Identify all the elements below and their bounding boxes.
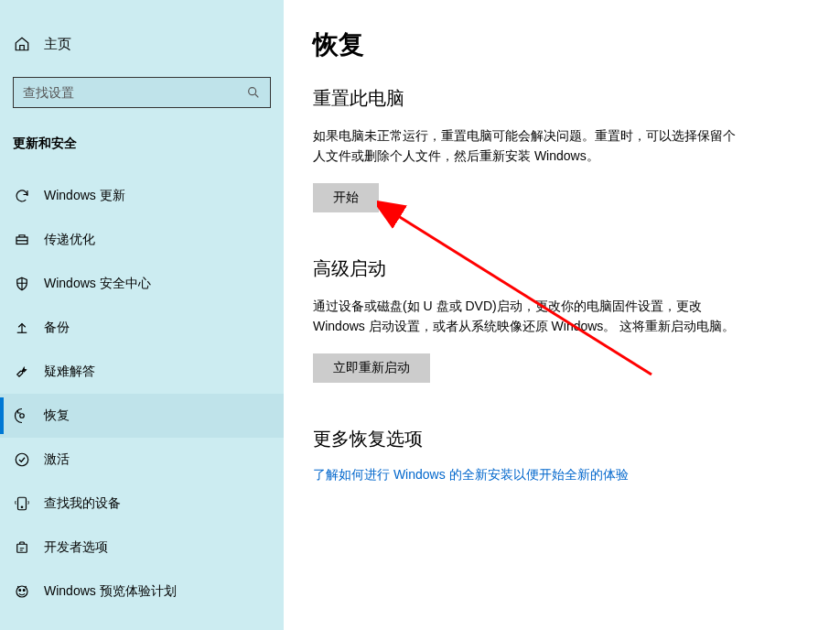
sidebar-item-label: Windows 更新 [44, 188, 125, 204]
find-device-icon [13, 494, 31, 513]
sidebar-item-windows-security[interactable]: Windows 安全中心 [0, 262, 284, 306]
section-more-title: 更多恢复选项 [313, 427, 813, 451]
recovery-icon [13, 407, 31, 425]
sidebar-item-label: 查找我的设备 [44, 495, 121, 512]
sidebar-item-label: 备份 [44, 320, 70, 336]
sidebar-home-label: 主页 [44, 36, 71, 53]
section-advanced-desc: 通过设备或磁盘(如 U 盘或 DVD)启动，更改你的电脑固件设置，更改 Wind… [313, 296, 743, 337]
activation-icon [13, 451, 31, 469]
svg-line-1 [255, 94, 258, 97]
nav-list: Windows 更新 传递优化 Windows 安全中心 [0, 174, 284, 614]
search-input[interactable] [23, 85, 246, 100]
sidebar: 主页 更新和安全 Windows 更新 [0, 0, 284, 630]
sidebar-item-label: 传递优化 [44, 232, 95, 248]
sidebar-item-backup[interactable]: 备份 [0, 306, 284, 350]
sidebar-item-label: Windows 安全中心 [44, 276, 151, 292]
main-content: 恢复 重置此电脑 如果电脑未正常运行，重置电脑可能会解决问题。重置时，可以选择保… [284, 0, 840, 630]
sidebar-item-find-my-device[interactable]: 查找我的设备 [0, 482, 284, 526]
section-reset-title: 重置此电脑 [313, 86, 813, 111]
sidebar-item-windows-update[interactable]: Windows 更新 [0, 174, 284, 218]
svg-point-6 [21, 506, 23, 508]
sidebar-item-delivery-optimization[interactable]: 传递优化 [0, 218, 284, 262]
svg-point-10 [23, 590, 25, 592]
category-title: 更新和安全 [0, 117, 284, 167]
home-icon [13, 35, 31, 53]
sidebar-item-insider[interactable]: Windows 预览体验计划 [0, 570, 284, 614]
troubleshoot-icon [13, 363, 31, 381]
section-advanced-title: 高级启动 [313, 256, 813, 281]
sidebar-item-label: Windows 预览体验计划 [44, 583, 177, 600]
sidebar-item-label: 疑难解答 [44, 364, 95, 380]
delivery-icon [13, 231, 31, 249]
advanced-restart-button[interactable]: 立即重新启动 [313, 353, 430, 383]
sidebar-item-label: 激活 [44, 451, 70, 468]
sidebar-item-developer-options[interactable]: 开发者选项 [0, 526, 284, 570]
search-box[interactable] [13, 77, 271, 108]
sidebar-item-activation[interactable]: 激活 [0, 438, 284, 482]
sidebar-item-troubleshoot[interactable]: 疑难解答 [0, 350, 284, 394]
sync-icon [13, 187, 31, 205]
sidebar-item-recovery[interactable]: 恢复 [0, 394, 284, 438]
svg-point-4 [16, 453, 28, 466]
section-advanced-startup: 高级启动 通过设备或磁盘(如 U 盘或 DVD)启动，更改你的电脑固件设置，更改… [313, 256, 813, 383]
section-reset: 重置此电脑 如果电脑未正常运行，重置电脑可能会解决问题。重置时，可以选择保留个人… [313, 86, 813, 212]
svg-point-9 [19, 590, 21, 592]
reset-start-button[interactable]: 开始 [313, 183, 379, 212]
search-icon [246, 85, 261, 100]
backup-icon [13, 319, 31, 337]
sidebar-home[interactable]: 主页 [0, 26, 284, 62]
sidebar-item-label: 开发者选项 [44, 539, 108, 556]
fresh-install-link[interactable]: 了解如何进行 Windows 的全新安装以便开始全新的体验 [313, 467, 629, 482]
page-title: 恢复 [313, 27, 813, 62]
shield-icon [13, 275, 31, 293]
sidebar-item-label: 恢复 [44, 407, 70, 424]
svg-point-3 [20, 414, 25, 418]
section-more-recovery: 更多恢复选项 了解如何进行 Windows 的全新安装以便开始全新的体验 [313, 427, 813, 483]
section-reset-desc: 如果电脑未正常运行，重置电脑可能会解决问题。重置时，可以选择保留个人文件或删除个… [313, 125, 743, 167]
svg-point-0 [249, 88, 256, 95]
developer-icon [13, 538, 31, 557]
insider-icon [13, 582, 31, 601]
